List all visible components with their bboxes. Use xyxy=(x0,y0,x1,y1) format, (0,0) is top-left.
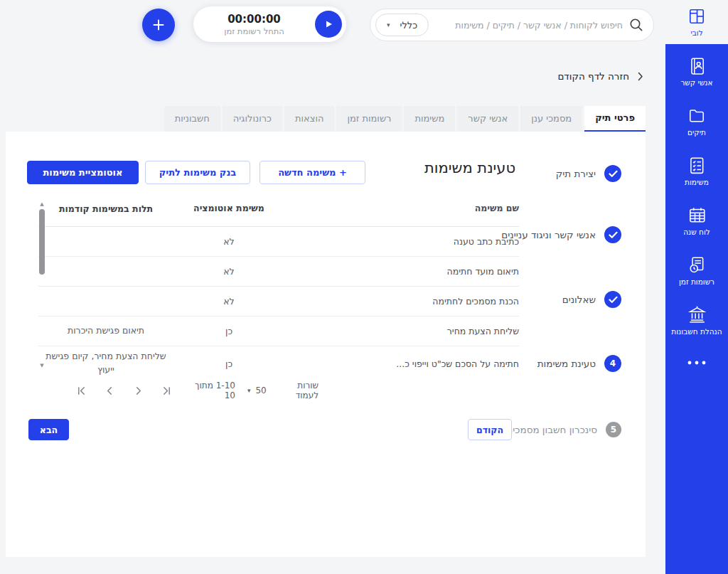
task-name-cell: כתיבת כתב טענה xyxy=(284,236,519,247)
automation-cell: לא xyxy=(173,296,284,307)
sidebar-item-label: אנשי קשר xyxy=(680,78,712,87)
calendar-icon xyxy=(687,206,706,224)
sidebar-item-label: לובי xyxy=(690,28,702,37)
start-timer-button[interactable] xyxy=(315,11,342,38)
scrollbar-thumb[interactable] xyxy=(39,209,45,275)
step-load-tasks[interactable]: 4 טעינת משימות xyxy=(537,355,621,372)
sidebar-nav: אנשי קשר תיקים משימות xyxy=(665,44,728,574)
table-scrollbar: ▲ ▼ xyxy=(38,201,46,368)
task-name-cell: שליחת הצעת מחיר xyxy=(284,326,519,336)
rows-per-page-label: שורות לעמוד xyxy=(279,381,318,400)
scroll-up-icon[interactable]: ▲ xyxy=(38,201,46,207)
step-sync-documents-account[interactable]: 5 סינכרון חשבון מסמכים xyxy=(506,422,621,437)
page-title: טעינת משימות xyxy=(424,159,515,176)
sidebar-item-lobby[interactable]: לובי xyxy=(665,0,728,44)
chevron-down-icon: ▾ xyxy=(387,21,390,28)
next-step-button[interactable]: הבא xyxy=(28,419,69,440)
rows-per-page-value: 50 xyxy=(255,386,266,395)
search-icon xyxy=(628,17,644,33)
first-page-icon[interactable] xyxy=(77,386,86,395)
last-page-icon[interactable] xyxy=(162,386,171,395)
previous-step-button[interactable]: הקודם xyxy=(468,419,512,440)
next-page-icon[interactable] xyxy=(134,386,143,395)
step-done-check-icon xyxy=(604,165,621,182)
sidebar-item-label: רשומות זמן xyxy=(679,277,714,286)
step-label: טעינת משימות xyxy=(537,358,596,369)
table-row[interactable]: כתיבת כתב טענה לא xyxy=(38,227,519,257)
tab-contacts[interactable]: אנשי קשר xyxy=(457,106,518,132)
sidebar-item-label: תיקים xyxy=(687,128,706,137)
tab-tasks[interactable]: משימות xyxy=(404,106,455,132)
time-records-icon xyxy=(687,255,706,274)
sidebar-item-calendar[interactable]: לוח שנה xyxy=(665,206,728,236)
automation-cell: לא xyxy=(173,236,284,247)
timer-time: 00:00:00 xyxy=(198,13,311,26)
step-contacts-conflict[interactable]: אנשי קשר וניגוד עניינים xyxy=(501,226,621,243)
scroll-down-icon[interactable]: ▼ xyxy=(38,363,46,368)
task-automation-button[interactable]: אוטומציית משימות xyxy=(27,161,139,184)
search-scope-dropdown[interactable]: כללי ▾ xyxy=(375,14,429,36)
back-link-label: חזרה לדף הקודם xyxy=(557,70,629,82)
step-label: יצירת תיק xyxy=(556,168,596,179)
case-tabs: פרטי תיק מסמכי ענן אנשי קשר משימות רשומו… xyxy=(164,106,646,132)
tab-expenses[interactable]: הוצאות xyxy=(284,106,335,132)
table-row[interactable]: חתימה על הסכם שכ"ט וייפוי כ... כן שליחת … xyxy=(38,346,519,381)
step-number-badge: 4 xyxy=(604,355,621,372)
tab-time-records[interactable]: רשומות זמן xyxy=(336,106,402,132)
sidebar-item-contacts[interactable]: אנשי קשר xyxy=(665,56,728,87)
table-row[interactable]: תיאום מועד חתימה לא xyxy=(38,257,519,287)
step-questionnaires[interactable]: שאלונים xyxy=(562,291,621,308)
task-name-cell: חתימה על הסכם שכ"ט וייפוי כ... xyxy=(284,358,519,369)
previous-page-icon[interactable] xyxy=(105,386,114,395)
timer-display: 00:00:00 התחל רשומת זמן xyxy=(198,13,315,36)
column-header-task-name: שם משימה xyxy=(284,203,519,213)
sidebar-item-label: משימות xyxy=(685,178,709,186)
column-header-automation: משימת אוטומציה xyxy=(173,203,284,213)
ellipsis-icon xyxy=(685,359,708,366)
column-header-dependency: תלות במשימות קודמות xyxy=(38,203,173,216)
search-input[interactable] xyxy=(434,20,623,31)
timer-label: התחל רשומת זמן xyxy=(198,26,311,36)
tab-cloud-documents[interactable]: מסמכי ענן xyxy=(520,106,582,132)
rows-per-page-dropdown[interactable]: 50 ▾ xyxy=(247,386,267,395)
table-row[interactable]: הכנת מסמכים לחתימה לא xyxy=(38,287,519,317)
step-number-badge: 5 xyxy=(606,422,621,437)
automation-cell: כן xyxy=(173,358,284,369)
automation-cell: לא xyxy=(173,266,284,277)
tab-chronology[interactable]: כרונולוגיה xyxy=(223,106,282,132)
table-row[interactable]: שליחת הצעת מחיר כן תיאום פגישת היכרות xyxy=(38,317,519,346)
pagination-arrows xyxy=(77,386,171,395)
search-scope-value: כללי xyxy=(400,20,418,31)
wizard-panel: יצירת תיק אנשי קשר וניגוד עניינים שאלוני… xyxy=(6,132,646,557)
chevron-right-icon xyxy=(637,72,643,81)
checklist-icon xyxy=(687,156,706,174)
dependency-cell: תיאום פגישת היכרות xyxy=(38,324,173,338)
plus-icon xyxy=(151,18,166,32)
sidebar-item-tasks[interactable]: משימות xyxy=(665,156,728,186)
sidebar-item-accounting[interactable]: הנהלת חשבונות xyxy=(665,305,728,336)
back-link[interactable]: חזרה לדף הקודם xyxy=(557,70,643,82)
play-icon xyxy=(323,18,334,30)
tasks-table: שם משימה משימת אוטומציה תלות במשימות קוד… xyxy=(38,203,519,381)
sidebar: לובי אנשי קשר תיקים xyxy=(665,0,728,574)
task-name-cell: הכנת מסמכים לחתימה xyxy=(284,296,519,307)
new-task-button[interactable]: + משימה חדשה xyxy=(259,161,365,184)
table-pagination: שורות לעמוד 50 ▾ 1-10 מתוך 10 xyxy=(77,381,318,400)
tab-invoices[interactable]: חשבוניות xyxy=(164,106,220,132)
pagination-range: 1-10 מתוך 10 xyxy=(189,381,235,400)
step-create-case[interactable]: יצירת תיק xyxy=(556,165,621,182)
task-name-cell: תיאום מועד חתימה xyxy=(284,266,519,277)
folder-icon xyxy=(687,106,706,124)
tasks-table-header: שם משימה משימת אוטומציה תלות במשימות קוד… xyxy=(38,203,519,227)
quick-add-button[interactable] xyxy=(142,9,175,41)
sidebar-item-time-records[interactable]: רשומות זמן xyxy=(665,255,728,286)
sidebar-item-more[interactable] xyxy=(685,359,708,366)
sidebar-item-label: לוח שנה xyxy=(683,228,710,236)
step-label: שאלונים xyxy=(562,294,596,305)
bank-icon xyxy=(687,305,706,324)
dependency-cell: שליחת הצעת מחיר, קיום פגישת ייעוץ xyxy=(38,350,173,377)
task-bank-button[interactable]: בנק משימות לתיק xyxy=(145,161,250,184)
tab-case-details[interactable]: פרטי תיק xyxy=(584,106,646,132)
sidebar-item-label: הנהלת חשבונות xyxy=(671,327,722,336)
sidebar-item-cases[interactable]: תיקים xyxy=(665,106,728,137)
